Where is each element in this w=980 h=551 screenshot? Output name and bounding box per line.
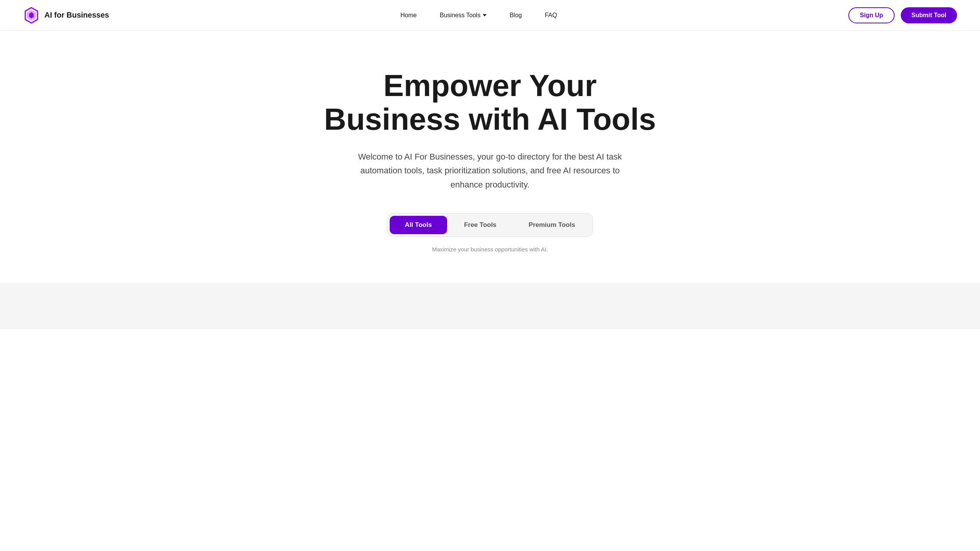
brand-name: AI for Businesses bbox=[44, 11, 109, 20]
navbar-nav: Home Business Tools Blog FAQ bbox=[400, 12, 557, 19]
bottom-section bbox=[0, 283, 980, 329]
tab-all-tools[interactable]: All Tools bbox=[390, 216, 448, 234]
signup-button[interactable]: Sign Up bbox=[848, 7, 894, 23]
brand-logo-link[interactable]: AI for Businesses bbox=[23, 7, 109, 24]
tab-free-tools[interactable]: Free Tools bbox=[449, 216, 512, 234]
nav-blog[interactable]: Blog bbox=[510, 12, 522, 19]
tabs-container: All Tools Free Tools Premium Tools bbox=[387, 213, 593, 237]
nav-home[interactable]: Home bbox=[400, 12, 417, 19]
hero-title: Empower Your Business with AI Tools bbox=[318, 69, 662, 136]
navbar-actions: Sign Up Submit Tool bbox=[848, 7, 957, 23]
nav-faq[interactable]: FAQ bbox=[545, 12, 557, 19]
tabs-subtitle: Maximize your business opportunities wit… bbox=[432, 246, 548, 253]
logo-icon bbox=[23, 7, 40, 24]
dropdown-arrow-icon bbox=[483, 14, 487, 16]
navbar: AI for Businesses Home Business Tools Bl… bbox=[0, 0, 980, 31]
hero-section: Empower Your Business with AI Tools Welc… bbox=[0, 31, 980, 283]
submit-tool-button[interactable]: Submit Tool bbox=[901, 7, 957, 23]
nav-business-tools[interactable]: Business Tools bbox=[440, 12, 487, 19]
tab-premium-tools[interactable]: Premium Tools bbox=[513, 216, 591, 234]
hero-subtitle: Welcome to AI For Businesses, your go-to… bbox=[348, 150, 632, 192]
